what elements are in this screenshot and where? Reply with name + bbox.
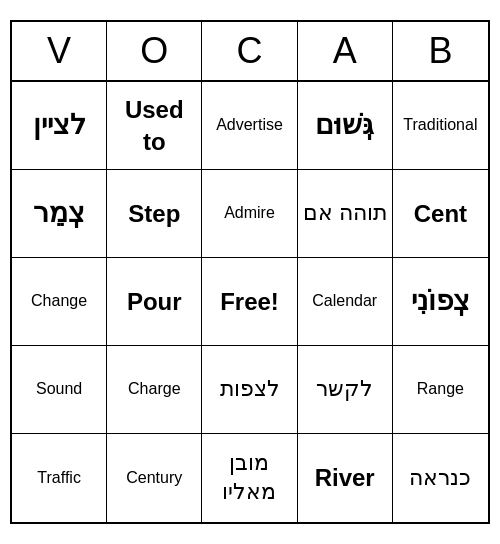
cell-r4-c3[interactable]: River [298,434,393,522]
cell-r0-c4[interactable]: Traditional [393,82,488,170]
bingo-header: V O C A B [12,22,488,82]
bingo-grid: לצייןUsed toAdvertiseגְּשׁוּםTraditional… [12,82,488,522]
cell-r1-c0[interactable]: צְמֵר [12,170,107,258]
cell-r4-c0[interactable]: Traffic [12,434,107,522]
cell-r1-c4[interactable]: Cent [393,170,488,258]
cell-r2-c3[interactable]: Calendar [298,258,393,346]
cell-r4-c4[interactable]: כנראה [393,434,488,522]
cell-r3-c4[interactable]: Range [393,346,488,434]
cell-r2-c0[interactable]: Change [12,258,107,346]
cell-r1-c2[interactable]: Admire [202,170,297,258]
header-v: V [12,22,107,80]
cell-r1-c1[interactable]: Step [107,170,202,258]
cell-r0-c1[interactable]: Used to [107,82,202,170]
cell-r0-c3[interactable]: גְּשׁוּם [298,82,393,170]
cell-r2-c1[interactable]: Pour [107,258,202,346]
cell-r1-c3[interactable]: תוהה אם [298,170,393,258]
cell-r2-c2[interactable]: Free! [202,258,297,346]
cell-r4-c1[interactable]: Century [107,434,202,522]
cell-r3-c1[interactable]: Charge [107,346,202,434]
header-b: B [393,22,488,80]
bingo-board: V O C A B לצייןUsed toAdvertiseגְּשׁוּםT… [10,20,490,524]
cell-r3-c0[interactable]: Sound [12,346,107,434]
cell-r3-c3[interactable]: לקשר [298,346,393,434]
header-a: A [298,22,393,80]
cell-r4-c2[interactable]: מובן מאליו [202,434,297,522]
cell-r0-c2[interactable]: Advertise [202,82,297,170]
cell-r3-c2[interactable]: לצפות [202,346,297,434]
header-c: C [202,22,297,80]
cell-r0-c0[interactable]: לציין [12,82,107,170]
header-o: O [107,22,202,80]
cell-r2-c4[interactable]: צְפוֹנִי [393,258,488,346]
